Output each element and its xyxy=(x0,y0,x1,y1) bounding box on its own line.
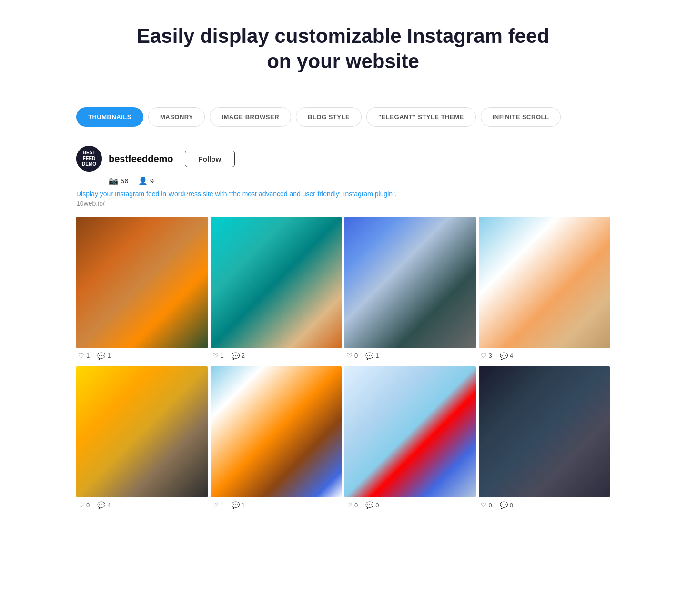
image-item-img8[interactable]: ♡0💬0 xyxy=(479,366,610,511)
tabs-container: THUMBNAILSMASONRYIMAGE BROWSERBLOG STYLE… xyxy=(76,107,610,127)
follow-button[interactable]: Follow xyxy=(185,151,235,167)
comments-count: 0 xyxy=(510,502,513,509)
followers-count: 9 xyxy=(150,177,154,185)
comments-stat-img5: 💬4 xyxy=(97,501,111,509)
image-stats-img1: ♡1💬1 xyxy=(76,348,208,362)
comments-stat-img4: 💬4 xyxy=(500,352,513,360)
profile-stats: 📷 56 👤 9 xyxy=(109,176,610,185)
comments-count: 4 xyxy=(107,502,111,509)
image-stats-img6: ♡1💬1 xyxy=(211,497,342,511)
profile-section: BESTFEEDDEMO bestfeeddemo Follow 📷 56 👤 … xyxy=(76,146,610,207)
comments-stat-img7: 💬0 xyxy=(365,501,379,509)
image-item-img7[interactable]: ♡0💬0 xyxy=(344,366,476,511)
profile-header: BESTFEEDDEMO bestfeeddemo Follow xyxy=(76,146,610,172)
image-thumb-img4 xyxy=(479,217,610,348)
heart-icon: ♡ xyxy=(481,352,487,360)
image-item-img6[interactable]: ♡1💬1 xyxy=(211,366,342,511)
image-thumb-img6 xyxy=(211,366,342,498)
comments-count: 1 xyxy=(107,352,111,359)
image-item-img2[interactable]: ♡1💬2 xyxy=(211,217,342,362)
image-stats-img7: ♡0💬0 xyxy=(344,497,476,511)
camera-icon: 📷 xyxy=(109,176,118,185)
comment-icon: 💬 xyxy=(365,352,373,360)
profile-bio: Display your Instagram feed in WordPress… xyxy=(76,190,610,198)
profile-username: bestfeeddemo xyxy=(109,153,173,164)
posts-stat: 📷 56 xyxy=(109,176,129,185)
comments-stat-img1: 💬1 xyxy=(97,352,111,360)
heart-icon: ♡ xyxy=(78,501,84,509)
image-grid-row1: ♡1💬1♡1💬2♡0💬1♡3💬4 xyxy=(76,217,610,362)
likes-count: 3 xyxy=(489,352,492,359)
comment-icon: 💬 xyxy=(232,501,240,509)
likes-count: 0 xyxy=(489,502,492,509)
followers-stat: 👤 9 xyxy=(138,176,154,185)
likes-count: 0 xyxy=(86,502,90,509)
comment-icon: 💬 xyxy=(500,501,508,509)
posts-count: 56 xyxy=(121,177,129,185)
person-icon: 👤 xyxy=(138,176,148,185)
heart-icon: ♡ xyxy=(78,352,84,360)
comments-stat-img2: 💬2 xyxy=(232,352,245,360)
likes-stat-img3: ♡0 xyxy=(346,352,358,360)
likes-count: 0 xyxy=(354,352,358,359)
image-thumb-img1 xyxy=(76,217,208,348)
heart-icon: ♡ xyxy=(212,352,219,360)
avatar-initials: BESTFEEDDEMO xyxy=(82,150,96,167)
likes-stat-img5: ♡0 xyxy=(78,501,90,509)
image-thumb-img5 xyxy=(76,366,208,498)
likes-stat-img1: ♡1 xyxy=(78,352,90,360)
profile-url[interactable]: 10web.io/ xyxy=(76,200,610,207)
image-item-img4[interactable]: ♡3💬4 xyxy=(479,217,610,362)
avatar: BESTFEEDDEMO xyxy=(76,146,102,172)
heart-icon: ♡ xyxy=(346,352,353,360)
tab-infinite-scroll[interactable]: INFINITE SCROLL xyxy=(481,107,561,127)
image-stats-img5: ♡0💬4 xyxy=(76,497,208,511)
comments-count: 1 xyxy=(242,502,245,509)
likes-stat-img8: ♡0 xyxy=(481,501,492,509)
likes-count: 1 xyxy=(221,502,224,509)
heart-icon: ♡ xyxy=(212,501,219,509)
likes-stat-img2: ♡1 xyxy=(212,352,224,360)
image-thumb-img8 xyxy=(479,366,610,498)
image-grid-2: ♡0💬4♡1💬1♡0💬0♡0💬0 xyxy=(76,366,610,511)
image-grid-1: ♡1💬1♡1💬2♡0💬1♡3💬4 xyxy=(76,217,610,362)
hero-section: Easily display customizable Instagram fe… xyxy=(76,0,610,93)
image-thumb-img3 xyxy=(344,217,476,348)
image-stats-img2: ♡1💬2 xyxy=(211,348,342,362)
tab-blog-style[interactable]: BLOG STYLE xyxy=(296,107,362,127)
comments-stat-img6: 💬1 xyxy=(232,501,245,509)
likes-stat-img6: ♡1 xyxy=(212,501,224,509)
image-item-img3[interactable]: ♡0💬1 xyxy=(344,217,476,362)
comments-stat-img3: 💬1 xyxy=(365,352,379,360)
comment-icon: 💬 xyxy=(500,352,508,360)
likes-count: 1 xyxy=(86,352,90,359)
comment-icon: 💬 xyxy=(97,501,105,509)
comments-count: 2 xyxy=(242,352,245,359)
comments-stat-img8: 💬0 xyxy=(500,501,513,509)
tab-thumbnails[interactable]: THUMBNAILS xyxy=(76,107,143,127)
likes-count: 0 xyxy=(354,502,358,509)
tab-masonry[interactable]: MASONRY xyxy=(148,107,205,127)
image-item-img1[interactable]: ♡1💬1 xyxy=(76,217,208,362)
image-stats-img3: ♡0💬1 xyxy=(344,348,476,362)
comment-icon: 💬 xyxy=(97,352,105,360)
hero-title: Easily display customizable Instagram fe… xyxy=(76,24,610,74)
tab-elegant-style[interactable]: "ELEGANT" STYLE THEME xyxy=(366,107,476,127)
comments-count: 0 xyxy=(375,502,379,509)
heart-icon: ♡ xyxy=(346,501,353,509)
tab-image-browser[interactable]: IMAGE BROWSER xyxy=(210,107,291,127)
comment-icon: 💬 xyxy=(365,501,373,509)
avatar-inner: BESTFEEDDEMO xyxy=(76,146,102,172)
likes-stat-img7: ♡0 xyxy=(346,501,358,509)
image-item-img5[interactable]: ♡0💬4 xyxy=(76,366,208,511)
likes-stat-img4: ♡3 xyxy=(481,352,492,360)
comments-count: 1 xyxy=(375,352,379,359)
comment-icon: 💬 xyxy=(232,352,240,360)
likes-count: 1 xyxy=(221,352,224,359)
image-grid-row2: ♡0💬4♡1💬1♡0💬0♡0💬0 xyxy=(76,366,610,511)
heart-icon: ♡ xyxy=(481,501,487,509)
comments-count: 4 xyxy=(510,352,513,359)
image-thumb-img7 xyxy=(344,366,476,498)
image-stats-img4: ♡3💬4 xyxy=(479,348,610,362)
image-stats-img8: ♡0💬0 xyxy=(479,497,610,511)
